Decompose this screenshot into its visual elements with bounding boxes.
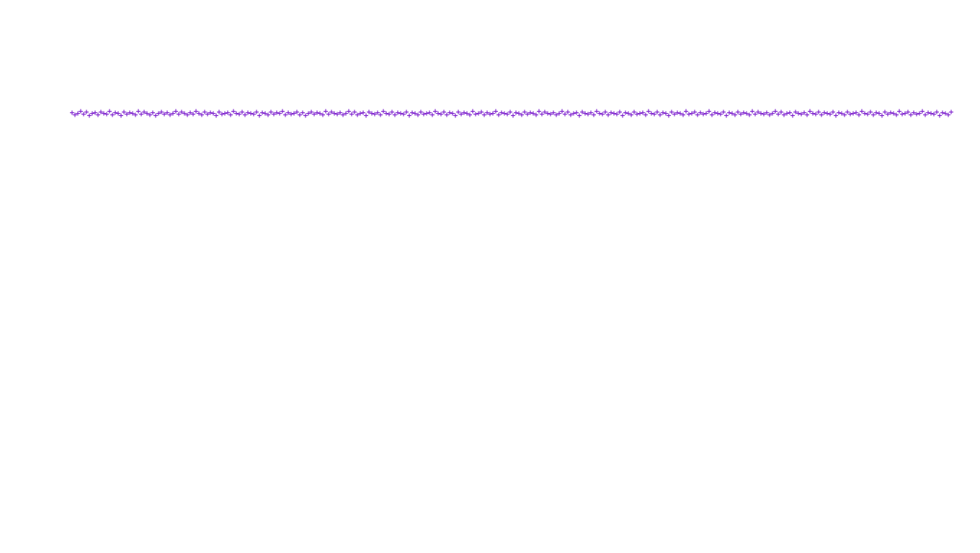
chart-canvas [0, 0, 980, 553]
scatter-chart [0, 0, 980, 553]
scatter-series [70, 109, 953, 118]
